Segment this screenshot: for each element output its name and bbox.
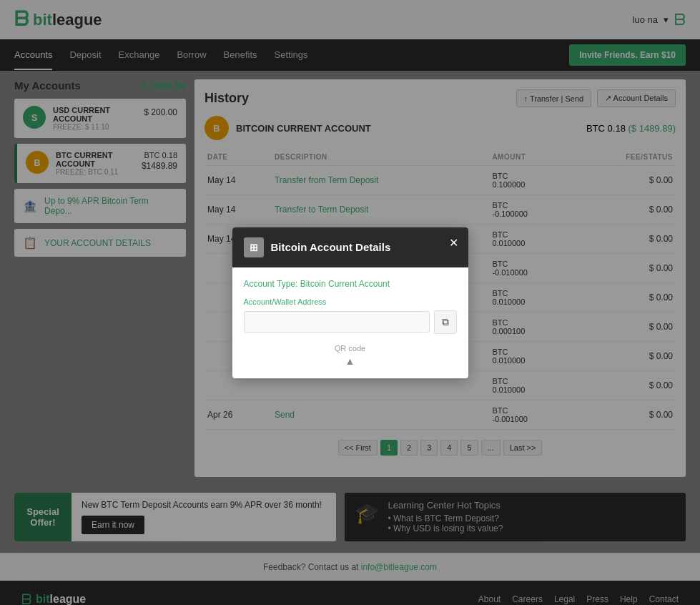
modal-account-type: Account Type: Bitcoin Current Account [244, 279, 457, 289]
wallet-input-row: ⧉ [244, 310, 457, 334]
modal: ⊞ Bitcoin Account Details ✕ Account Type… [232, 227, 468, 378]
modal-wallet-label: Account/Wallet Address [244, 297, 457, 306]
copy-address-button[interactable]: ⧉ [434, 310, 457, 334]
modal-overlay[interactable]: ⊞ Bitcoin Account Details ✕ Account Type… [0, 0, 700, 605]
modal-header: ⊞ Bitcoin Account Details ✕ [232, 227, 468, 267]
modal-close-button[interactable]: ✕ [449, 236, 458, 250]
modal-header-icon: ⊞ [244, 237, 264, 257]
qr-section: QR code ▲ [244, 344, 457, 367]
qr-toggle-button[interactable]: ▲ [345, 355, 355, 367]
modal-title: Bitcoin Account Details [271, 241, 391, 253]
wallet-address-input[interactable] [244, 311, 430, 333]
modal-body: Account Type: Bitcoin Current Account Ac… [232, 267, 468, 378]
qr-label: QR code [335, 344, 365, 353]
